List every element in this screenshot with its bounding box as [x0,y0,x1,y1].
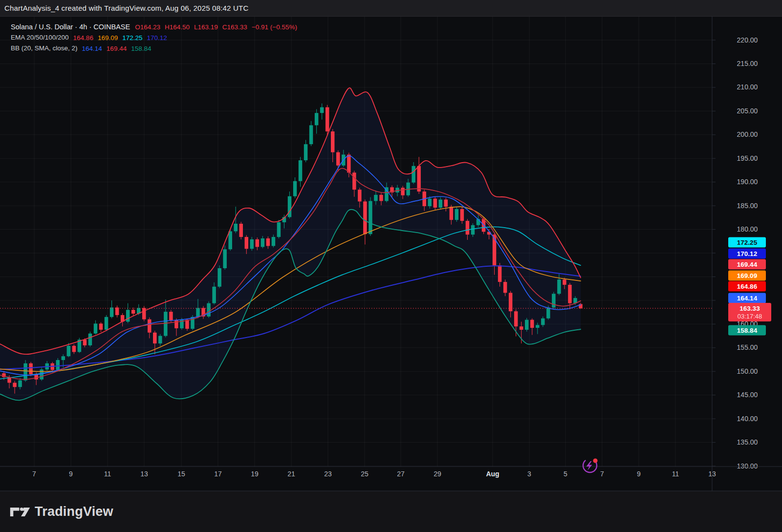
candle-body [444,200,448,207]
candle-body [369,201,372,234]
candle-body [239,224,243,237]
x-axis-label: 9 [637,470,641,478]
candle-body [13,383,17,387]
candle-body [331,131,335,152]
candle-body [450,207,454,220]
candle-body [358,190,362,201]
candle-body [18,381,22,387]
candle-body [234,224,238,232]
svg-text:172.25: 172.25 [737,239,758,246]
candle-body [169,312,173,320]
legend-value: O164.23 [135,23,160,31]
legend-value: C163.33 [222,23,247,31]
price-chart-canvas[interactable]: 130.00135.00140.00145.00150.00155.00160.… [0,0,782,532]
candle-body [428,199,432,207]
candle-body [546,307,550,318]
ema-label[interactable]: EMA 20/50/100/200 [11,32,69,43]
brand-name: TradingView [35,504,113,519]
candle-body [455,209,459,220]
symbol-title[interactable]: Solana / U.S. Dollar · 4h · COINBASE [11,21,130,32]
candle-body [250,239,254,249]
candle-body [164,312,168,336]
candle-body [509,293,513,311]
last-price-badge: 163.3303:17:48 [728,303,771,321]
candle-body [142,308,146,319]
candle-body [228,231,232,249]
candle-body [557,279,561,294]
x-axis-label: 15 [177,470,185,478]
ema-values: 164.86169.09172.25170.12 [73,32,172,43]
x-axis-label: 7 [600,470,604,478]
candle-body [185,320,189,329]
candle-body [217,268,221,287]
candle-body [503,282,507,293]
svg-text:164.14: 164.14 [737,295,758,302]
candle-body [56,360,60,370]
y-axis-label: 135.00 [737,438,758,446]
candle-body [212,287,216,303]
candle-body [29,363,32,374]
candle-body [67,346,71,356]
candle-body [110,307,114,317]
candle-body [288,196,292,217]
candle-body [363,201,367,234]
x-axis-label: 7 [32,470,36,478]
legend-value: 169.44 [107,45,127,52]
x-axis-label: 27 [397,470,405,478]
candle-body [433,199,437,208]
y-axis-label: 195.00 [737,154,758,162]
candle-body [315,113,319,125]
svg-text:169.44: 169.44 [737,261,758,268]
price-axis-badge: 158.84 [728,325,766,336]
price-axis-badge: 164.14 [728,293,766,303]
candle-body [541,319,545,325]
candle-body [272,237,276,246]
candle-body [460,209,464,221]
candle-body [520,326,523,330]
candle-body [207,303,211,317]
x-axis-label: 5 [564,470,567,478]
y-axis-label: 155.00 [737,343,758,351]
candle-body [552,294,556,307]
symbol-row: Solana / U.S. Dollar · 4h · COINBASE O16… [11,21,302,32]
legend-value: 158.84 [131,45,151,52]
candle-body [158,336,162,344]
candle-body [196,308,200,317]
x-axis-label: 19 [251,470,259,478]
candle-body [530,320,534,328]
candle-body [336,152,340,166]
chart-window: 130.00135.00140.00145.00150.00155.00160.… [0,0,782,532]
candle-body [374,195,378,201]
x-axis-label: 21 [287,470,295,478]
candle-body [261,238,265,247]
candle-body [320,107,324,113]
ohlc-values: O164.23H164.50L163.19C163.33−0.91 (−0.55… [135,21,302,33]
svg-text:169.09: 169.09 [737,272,757,279]
tradingview-logo-icon [10,506,30,518]
y-axis-label: 140.00 [737,415,758,423]
candle-body [245,237,249,249]
y-axis-label: 215.00 [737,60,758,67]
x-axis-label: Aug [486,470,499,478]
candle-body [568,285,572,303]
x-axis-label: 25 [361,470,369,478]
bb-values: 164.14169.44158.84 [82,43,156,54]
candle-body [439,200,443,208]
legend-value: 164.14 [82,45,102,52]
price-axis-badge: 169.44 [728,259,766,270]
legend-value: −0.91 (−0.55%) [252,23,297,31]
x-axis-label: 17 [214,470,222,478]
candle-body [88,334,92,345]
candle-body [563,279,566,285]
candle-body [83,340,87,345]
candle-body [466,221,470,234]
candle-body [293,181,297,196]
brand-footer: TradingView [10,504,113,519]
price-axis-badge: 172.25 [728,237,766,248]
candle-body [536,325,540,328]
y-axis-label: 200.00 [737,130,758,138]
candle-body [309,125,313,144]
candle-body [105,317,109,330]
candle-body [266,238,270,246]
bb-label[interactable]: BB (20, SMA, close, 2) [11,43,78,54]
